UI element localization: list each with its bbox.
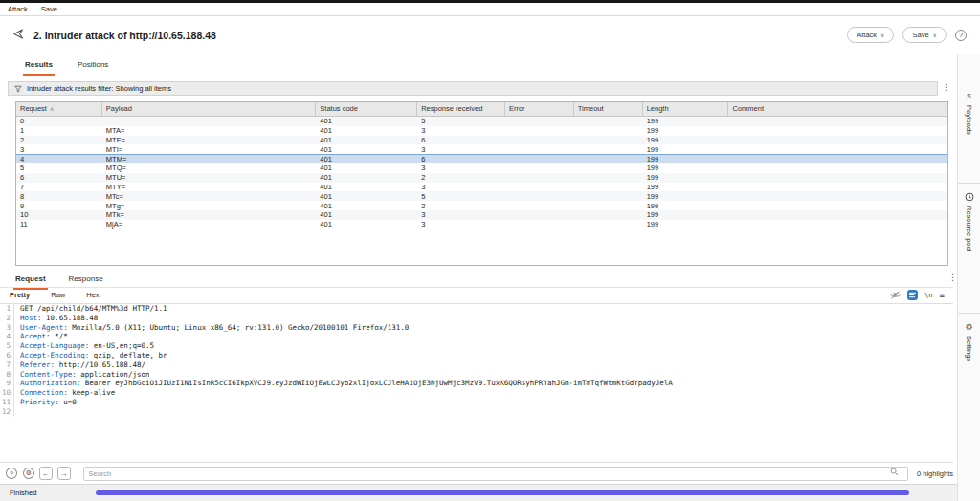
back-arrow-button[interactable]: ← (39, 467, 53, 480)
results-filter-bar[interactable]: Intruder attack results filter: Showing … (8, 81, 938, 96)
line-number: 4 (0, 332, 14, 341)
header-actions: Attack ∨ Save ∨ ? (847, 27, 967, 43)
line-number: 8 (0, 370, 14, 380)
table-row[interactable]: 8MTc=4015199 (16, 191, 947, 201)
table-cell: MTA= (102, 126, 317, 135)
help-icon[interactable]: ? (6, 468, 17, 479)
column-header-payload[interactable]: Payload (102, 102, 317, 116)
line-number: 2 (0, 314, 14, 323)
results-menu-icon[interactable]: ⋮ (942, 83, 950, 92)
line-content (14, 407, 20, 417)
column-header-length[interactable]: Length (643, 102, 729, 116)
sidebar-item-label: Resource pool (965, 206, 973, 251)
column-header-response-received[interactable]: Response received (417, 102, 505, 116)
table-cell: 199 (643, 155, 729, 163)
forward-arrow-button[interactable]: → (57, 467, 71, 480)
column-header-comment[interactable]: Comment (728, 102, 947, 116)
tab-results[interactable]: Results (23, 57, 55, 76)
column-header-error[interactable]: Error (505, 102, 574, 116)
attack-button-label: Attack (857, 31, 877, 39)
newline-icon[interactable]: \n (924, 292, 932, 299)
table-cell: 3 (417, 163, 505, 172)
http-header-value: u=0 (59, 398, 77, 406)
intruder-attack-window: Attack Save 2. Intruder attack of http:/… (0, 0, 980, 501)
wrap-active-icon[interactable] (907, 290, 918, 300)
column-header-request[interactable]: Request∧ (16, 102, 102, 116)
tab-positions[interactable]: Positions (76, 57, 110, 76)
table-row[interactable]: 9MTg=4012199 (16, 201, 947, 210)
line-content: GET /api/child/b64/MTM%3d HTTP/1.1 (14, 304, 167, 314)
request-line: 3User-Agent: Mozilla/5.0 (X11; Ubuntu; L… (0, 323, 949, 333)
line-content: Connection: keep-alive (14, 388, 115, 398)
line-content: User-Agent: Mozilla/5.0 (X11; Ubuntu; Li… (14, 323, 409, 333)
table-row[interactable]: 2MTE=4016199 (16, 136, 947, 145)
table-cell: 199 (643, 210, 729, 219)
attack-button[interactable]: Attack ∨ (847, 27, 894, 43)
line-number: 5 (0, 341, 14, 351)
table-cell: 5 (16, 163, 102, 172)
line-content: Referer: http://10.65.188.48/ (14, 360, 145, 370)
table-row[interactable]: 3MTI=4013199 (16, 144, 947, 154)
table-cell: 199 (643, 145, 729, 154)
editor-menu-icon[interactable]: ⋮ (948, 273, 957, 282)
table-cell: 199 (643, 117, 729, 125)
results-table[interactable]: Request∧PayloadStatus codeResponse recei… (15, 101, 948, 266)
request-editor[interactable]: 1GET /api/child/b64/MTM%3d HTTP/1.12Host… (0, 304, 949, 461)
table-row[interactable]: 1MTA=4013199 (16, 126, 947, 136)
gear-icon[interactable]: ⚙ (23, 468, 34, 479)
table-row[interactable]: 4MTM=4016199 (16, 154, 947, 163)
table-row[interactable]: 04015199 (16, 117, 947, 126)
editor-search-bar: ? ⚙ ← → 0 highlights (0, 462, 953, 484)
table-cell: 11 (16, 220, 102, 229)
table-cell: MTM= (102, 155, 317, 163)
table-cell: 6 (417, 155, 505, 163)
line-content: Host: 10.65.188.48 (14, 314, 98, 323)
page-title: 2. Intruder attack of http://10.65.188.4… (33, 30, 216, 41)
table-row[interactable]: 10MTk=4013199 (16, 210, 947, 220)
table-cell: 3 (417, 220, 505, 229)
table-row[interactable]: 11MjA=4013199 (16, 220, 947, 229)
request-line: 9Authorization: Bearer eyJhbGciOiJIUzI1N… (0, 379, 949, 388)
help-icon[interactable]: ? (955, 30, 967, 41)
table-cell: 199 (643, 163, 729, 172)
table-cell: 199 (643, 136, 729, 144)
table-cell: 401 (316, 155, 417, 163)
save-button[interactable]: Save ∨ (902, 27, 947, 43)
table-cell: MjA= (102, 220, 317, 229)
table-row[interactable]: 7MTY=4013199 (16, 183, 947, 192)
table-cell: 2 (417, 202, 505, 210)
search-input[interactable] (83, 467, 909, 481)
chevron-down-icon: ∨ (880, 32, 884, 38)
table-cell: 3 (417, 126, 505, 135)
table-cell: 199 (643, 220, 729, 229)
results-positions-tabs: ResultsPositions (23, 57, 110, 76)
line-content: Accept-Encoding: gzip, deflate, br (14, 351, 167, 360)
http-header-name: Accept-Language: (20, 341, 89, 350)
table-cell: MTQ= (102, 163, 317, 172)
table-row[interactable]: 6MTU=4012199 (16, 173, 947, 183)
table-cell: 6 (417, 136, 505, 144)
table-cell: MTg= (102, 202, 317, 210)
menu-save[interactable]: Save (41, 5, 57, 13)
sidebar-item-resource-pool[interactable]: Resource pool (958, 183, 980, 313)
column-header-timeout[interactable]: Timeout (574, 102, 643, 116)
table-cell: 199 (643, 202, 729, 210)
sidebar-item-payloads[interactable]: $Payloads (958, 83, 980, 183)
menu-attack[interactable]: Attack (8, 5, 28, 13)
eye-slash-icon[interactable] (890, 291, 901, 299)
menu-lines-icon[interactable]: ≡ (939, 291, 944, 300)
column-header-status-code[interactable]: Status code (316, 102, 417, 116)
sidebar-item-settings[interactable]: ⚙Settings (958, 313, 980, 425)
table-cell: 401 (316, 126, 417, 135)
request-line: 2Host: 10.65.188.48 (0, 314, 949, 323)
search-icon (890, 468, 899, 476)
sort-asc-icon: ∧ (50, 106, 54, 112)
table-row[interactable]: 5MTQ=4013199 (16, 163, 947, 173)
dollar-icon: $ (967, 91, 970, 101)
table-cell: 199 (643, 183, 729, 191)
http-header-name: User-Agent: (20, 323, 68, 332)
table-cell: 7 (16, 183, 102, 191)
http-header-name: Accept-Encoding: (20, 351, 89, 359)
http-header-value: */* (51, 332, 68, 340)
table-cell: 401 (316, 136, 417, 144)
